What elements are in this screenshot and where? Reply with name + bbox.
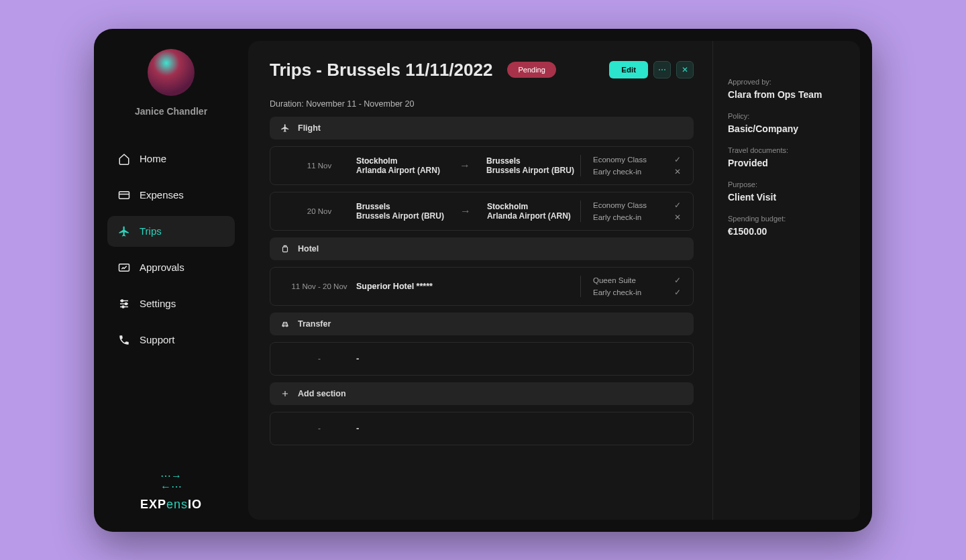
logo-text: EXPensIO (140, 498, 202, 512)
x-icon: ✕ (674, 213, 681, 222)
attr-label: Early check-in (593, 213, 641, 221)
flight-date: 20 Nov (282, 207, 356, 215)
flight-route: Stockholm Arlanda Airport (ARN) → Brusse… (356, 156, 580, 175)
flight-row[interactable]: 11 Nov Stockholm Arlanda Airport (ARN) →… (270, 146, 694, 185)
phone-icon (118, 334, 130, 346)
main-panel: Trips - Brussels 11/11/2022 Pending Edit… (248, 41, 860, 520)
new-section-row[interactable]: - - (270, 412, 694, 445)
nav-support[interactable]: Support (107, 325, 235, 355)
svg-point-8 (122, 306, 124, 308)
hotel-name: Superior Hotel ***** (356, 282, 580, 291)
nav-label: Support (140, 334, 175, 345)
page-header: Trips - Brussels 11/11/2022 Pending Edit… (270, 60, 694, 80)
meta-label: Purpose: (728, 180, 845, 188)
from-city: Brussels (356, 202, 444, 211)
luggage-icon (280, 244, 290, 254)
meta-value: €1500.00 (728, 226, 845, 237)
nav-label: Expenses (140, 189, 184, 201)
meta-approved: Approved by: Clara from Ops Team (728, 78, 845, 100)
approval-icon (118, 262, 130, 274)
attr-label: Economy Class (593, 201, 647, 209)
nav-approvals[interactable]: Approvals (107, 252, 235, 283)
nav-settings[interactable]: Settings (107, 288, 235, 319)
app-frame: Janice Chandler Home Expenses Trips Appr… (94, 29, 872, 532)
meta-purpose: Purpose: Client Visit (728, 180, 845, 203)
hotel-row[interactable]: 11 Nov - 20 Nov Superior Hotel ***** Que… (270, 267, 694, 306)
meta-label: Approved by: (728, 78, 845, 86)
x-icon: ✕ (674, 167, 681, 176)
settings-icon (118, 298, 130, 310)
nav-label: Trips (140, 225, 162, 237)
flight-route: Brussels Brussels Airport (BRU) → Stockh… (356, 202, 580, 221)
arrow-right-icon: → (460, 205, 471, 217)
svg-point-7 (125, 302, 127, 304)
section-transfer[interactable]: Transfer (270, 313, 694, 335)
nav-label: Home (140, 153, 166, 164)
nav-trips[interactable]: Trips (107, 216, 235, 247)
meta-docs: Travel documents: Provided (728, 146, 845, 168)
sidebar: Janice Chandler Home Expenses Trips Appr… (94, 29, 248, 532)
from-airport: Brussels Airport (BRU) (356, 211, 444, 221)
meta-value: Clara from Ops Team (728, 89, 845, 100)
meta-value: Provided (728, 158, 845, 168)
nav-label: Approvals (140, 262, 184, 273)
hotel-attributes: Queen Suite✓ Early check-in✓ (580, 276, 681, 297)
more-button[interactable]: ⋯ (653, 61, 671, 78)
hotel-dates: 11 Nov - 20 Nov (282, 282, 356, 290)
check-icon: ✓ (674, 276, 681, 285)
empty-value: - (356, 423, 580, 433)
from-airport: Arlanda Airport (ARN) (356, 166, 443, 175)
plane-icon (118, 225, 130, 237)
section-flight[interactable]: Flight (270, 117, 694, 139)
nav-home[interactable]: Home (107, 144, 235, 174)
meta-value: Client Visit (728, 192, 845, 203)
svg-rect-9 (283, 247, 288, 252)
to-city: Stockholm (487, 202, 574, 211)
svg-rect-2 (119, 264, 129, 271)
attr-label: Early check-in (593, 288, 641, 296)
content: Trips - Brussels 11/11/2022 Pending Edit… (248, 41, 712, 520)
section-hotel[interactable]: Hotel (270, 237, 694, 260)
attr-label: Early check-in (593, 168, 641, 176)
home-icon (118, 153, 130, 165)
svg-rect-0 (119, 191, 129, 199)
edit-button[interactable]: Edit (609, 61, 648, 78)
avatar[interactable] (148, 49, 195, 96)
flight-row[interactable]: 20 Nov Brussels Brussels Airport (BRU) →… (270, 192, 694, 231)
to-airport: Brussels Airport (BRU) (486, 166, 574, 175)
status-badge: Pending (507, 62, 555, 78)
svg-point-6 (121, 300, 123, 302)
attr-label: Economy Class (593, 156, 647, 164)
empty-date: - (282, 424, 356, 433)
from-city: Stockholm (356, 156, 443, 166)
duration-text: Duration: November 11 - November 20 (270, 99, 694, 109)
card-icon (118, 189, 130, 201)
car-icon (280, 319, 290, 329)
logo-icon: ⋯→←⋯ (160, 471, 182, 492)
logo: ⋯→←⋯ EXPensIO (140, 471, 202, 512)
nav-expenses[interactable]: Expenses (107, 180, 235, 211)
meta-value: Basic/Company (728, 123, 845, 134)
add-section-button[interactable]: Add section (270, 382, 694, 405)
flight-attributes: Economy Class✓ Early check-in✕ (580, 155, 681, 176)
nav-label: Settings (140, 298, 176, 309)
plane-icon (280, 123, 290, 133)
check-icon: ✓ (674, 155, 681, 164)
header-actions: Edit ⋯ ✕ (609, 61, 694, 78)
close-button[interactable]: ✕ (676, 61, 694, 78)
meta-policy: Policy: Basic/Company (728, 112, 845, 134)
meta-label: Spending budget: (728, 215, 845, 223)
check-icon: ✓ (674, 201, 681, 210)
more-icon: ⋯ (658, 65, 666, 74)
section-label: Hotel (298, 244, 319, 254)
empty-value: - (356, 353, 580, 363)
meta-budget: Spending budget: €1500.00 (728, 215, 845, 237)
meta-label: Travel documents: (728, 146, 845, 154)
meta-panel: Approved by: Clara from Ops Team Policy:… (712, 41, 860, 520)
flight-date: 11 Nov (282, 162, 356, 170)
user-name: Janice Chandler (135, 106, 207, 117)
section-label: Transfer (298, 319, 331, 329)
attr-label: Queen Suite (593, 276, 636, 284)
transfer-row[interactable]: - - (270, 342, 694, 376)
flight-attributes: Economy Class✓ Early check-in✕ (580, 201, 681, 222)
